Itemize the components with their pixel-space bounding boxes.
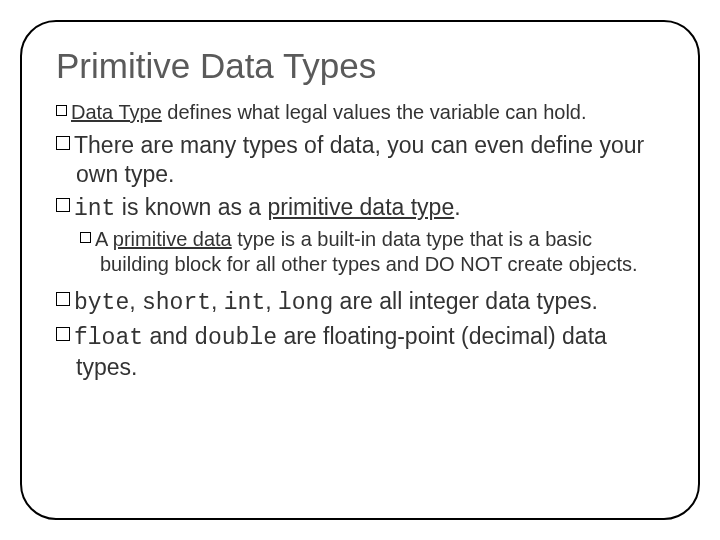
list-item: Data Type defines what legal values the … — [56, 100, 664, 125]
code-term: int — [74, 196, 115, 222]
text: are all integer data types. — [333, 288, 598, 314]
text: and — [143, 323, 194, 349]
underlined-term: primitive data type — [268, 194, 455, 220]
text: There are many types of data, you can ev… — [74, 132, 644, 187]
bullet-box-icon — [80, 232, 91, 243]
code-term: long — [278, 290, 333, 316]
code-term: short — [142, 290, 211, 316]
code-term: byte — [74, 290, 129, 316]
list-item: float and double are floating-point (dec… — [56, 322, 664, 382]
list-item: byte, short, int, long are all integer d… — [56, 287, 664, 318]
underlined-term: primitive data — [113, 228, 232, 250]
text: A — [95, 228, 113, 250]
underlined-term: Data Type — [71, 101, 162, 123]
slide-title: Primitive Data Types — [56, 46, 664, 86]
bullet-box-icon — [56, 136, 70, 150]
bullet-box-icon — [56, 105, 67, 116]
text: defines what legal values the variable c… — [162, 101, 587, 123]
slide-frame: Primitive Data Types Data Type defines w… — [20, 20, 700, 520]
code-term: double — [194, 325, 277, 351]
bullet-list: Data Type defines what legal values the … — [56, 100, 664, 382]
code-term: int — [224, 290, 265, 316]
text: . — [454, 194, 460, 220]
text: is known as a — [115, 194, 267, 220]
bullet-box-icon — [56, 292, 70, 306]
text: , — [211, 288, 224, 314]
bullet-box-icon — [56, 198, 70, 212]
text: , — [129, 288, 142, 314]
code-term: float — [74, 325, 143, 351]
list-item: int is known as a primitive data type. — [56, 193, 664, 224]
list-item: There are many types of data, you can ev… — [56, 131, 664, 189]
list-item-nested: A primitive data type is a built-in data… — [80, 227, 664, 277]
text: , — [265, 288, 278, 314]
bullet-box-icon — [56, 327, 70, 341]
